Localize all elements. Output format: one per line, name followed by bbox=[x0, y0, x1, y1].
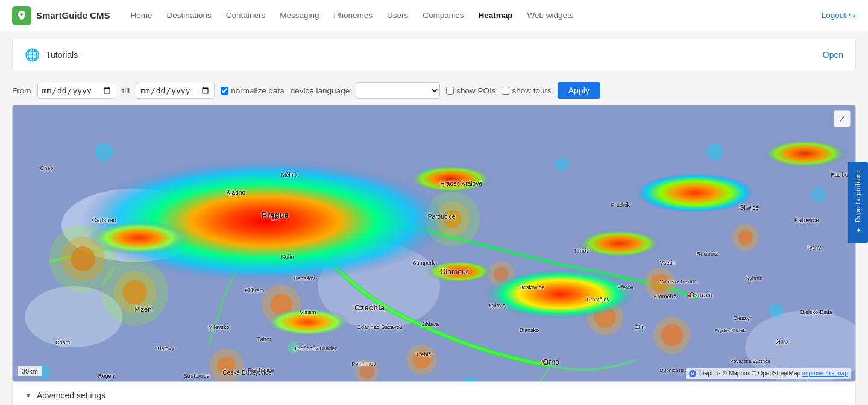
svg-text:Strakonice: Strakonice bbox=[184, 373, 210, 379]
nav-phonemes[interactable]: Phonemes bbox=[327, 7, 379, 24]
from-label: From bbox=[12, 86, 31, 95]
svg-text:Žilina: Žilina bbox=[776, 339, 790, 345]
poi-brno bbox=[541, 359, 546, 363]
svg-text:Vlašim: Vlašim bbox=[300, 309, 316, 315]
show-pois-text: show POIs bbox=[456, 86, 495, 95]
svg-text:Prostějov: Prostějov bbox=[587, 297, 609, 303]
logout-label: Logout bbox=[822, 11, 846, 20]
svg-text:Jihlava: Jihlava bbox=[422, 321, 439, 327]
svg-text:Hradec Králové: Hradec Králové bbox=[440, 180, 482, 187]
nav-logo: SmartGuide CMS bbox=[12, 6, 110, 25]
nav-webwidgets[interactable]: Web widgets bbox=[521, 7, 580, 24]
navbar: SmartGuide CMS Home Destinations Contain… bbox=[0, 0, 868, 31]
map-scale: 30km bbox=[17, 366, 42, 377]
nav-home[interactable]: Home bbox=[125, 7, 159, 24]
from-date-input[interactable] bbox=[37, 83, 116, 99]
svg-text:Cham: Cham bbox=[55, 339, 70, 345]
nav-messaging[interactable]: Messaging bbox=[274, 7, 325, 24]
report-icon: ✦ bbox=[854, 226, 862, 234]
nav-destinations[interactable]: Destinations bbox=[161, 7, 218, 24]
svg-text:Příbram: Příbram bbox=[245, 287, 264, 294]
advanced-chevron-icon: ▼ bbox=[25, 391, 32, 400]
svg-text:Gliwice: Gliwice bbox=[740, 204, 760, 211]
svg-text:Kladno: Kladno bbox=[227, 189, 246, 196]
attribution-text: © Mapbox © OpenStreetMap bbox=[723, 370, 800, 377]
svg-text:Zlín: Zlín bbox=[635, 324, 644, 330]
svg-text:Zdár nad Sázavou: Zdár nad Sázavou bbox=[357, 324, 402, 330]
advanced-settings-label: Advanced settings bbox=[37, 391, 105, 400]
svg-text:Brno: Brno bbox=[544, 358, 559, 366]
svg-text:Považská Bystrica: Považská Bystrica bbox=[730, 359, 770, 364]
svg-text:Mělník: Mělník bbox=[281, 172, 298, 178]
show-pois-label: show POIs bbox=[446, 86, 495, 95]
svg-text:M: M bbox=[691, 372, 694, 376]
svg-text:Milevsko: Milevsko bbox=[208, 324, 229, 330]
svg-text:Olomouc: Olomouc bbox=[440, 268, 470, 276]
tutorials-open-link[interactable]: Open bbox=[823, 50, 843, 60]
logo-icon bbox=[12, 6, 31, 25]
logout-button[interactable]: Logout ↪ bbox=[822, 11, 856, 20]
normalize-data-checkbox[interactable] bbox=[221, 87, 228, 95]
svg-text:Valašské Meziříčí: Valašské Meziříčí bbox=[660, 279, 699, 284]
improve-map-link[interactable]: improve this map bbox=[802, 370, 848, 377]
map-container[interactable]: Prague Brno Ostrava Plzeň České Budějovi… bbox=[12, 105, 856, 382]
svg-text:Pardubice: Pardubice bbox=[428, 213, 456, 220]
nav-containers[interactable]: Containers bbox=[220, 7, 271, 24]
tutorials-left: 🌐 Tutorials bbox=[25, 48, 78, 62]
svg-text:Tábor: Tábor bbox=[257, 336, 271, 342]
show-tours-checkbox[interactable] bbox=[502, 87, 509, 95]
svg-text:Frydek-Mistek: Frydek-Mistek bbox=[715, 328, 746, 333]
svg-text:Kolín: Kolín bbox=[281, 254, 294, 260]
tutorials-bar: 🌐 Tutorials Open bbox=[12, 39, 856, 71]
report-problem-button[interactable]: ✦ Report a problem bbox=[848, 162, 868, 243]
svg-text:Třebíč: Třebíč bbox=[416, 351, 432, 357]
report-label: Report a problem bbox=[855, 171, 862, 222]
map-attribution: M mapbox © Mapbox © OpenStreetMap improv… bbox=[686, 368, 851, 379]
fullscreen-icon: ⤢ bbox=[838, 114, 846, 124]
svg-text:Svitavy: Svitavy bbox=[489, 303, 507, 309]
tutorials-label: Tutorials bbox=[46, 50, 78, 60]
svg-text:Plzeň: Plzeň bbox=[135, 306, 152, 313]
show-tours-label: show tours bbox=[502, 86, 551, 95]
poi-prague bbox=[271, 216, 275, 221]
advanced-settings-section[interactable]: ▼ Advanced settings bbox=[12, 382, 856, 405]
nav-users[interactable]: Users bbox=[381, 7, 414, 24]
svg-text:Přerov: Přerov bbox=[617, 284, 634, 290]
svg-text:Boskovice: Boskovice bbox=[520, 284, 545, 290]
svg-rect-53 bbox=[13, 105, 855, 381]
svg-text:Regen: Regen bbox=[98, 373, 115, 379]
normalize-data-label: normalize data bbox=[221, 86, 285, 95]
svg-text:Carlsbad: Carlsbad bbox=[92, 217, 117, 224]
nav-heatmap[interactable]: Heatmap bbox=[473, 7, 519, 24]
nav-links: Home Destinations Containers Messaging P… bbox=[125, 7, 822, 24]
till-date-input[interactable] bbox=[136, 83, 215, 99]
svg-text:Blansko: Blansko bbox=[520, 327, 539, 333]
map-canvas: Prague Brno Ostrava Plzeň České Budějovi… bbox=[13, 105, 855, 381]
apply-button[interactable]: Apply bbox=[558, 82, 600, 99]
svg-text:Cieszyn: Cieszyn bbox=[733, 315, 752, 321]
svg-text:Cheb: Cheb bbox=[40, 165, 54, 171]
device-language-label: device language bbox=[291, 86, 350, 95]
scale-label: 30km bbox=[22, 368, 38, 375]
svg-text:Bielsko-Biała: Bielsko-Biała bbox=[800, 309, 833, 315]
device-language-select[interactable]: English German Czech bbox=[356, 82, 440, 99]
show-pois-checkbox[interactable] bbox=[446, 87, 454, 95]
poi-ostrava bbox=[688, 294, 692, 298]
filters-row: From till normalize data device language… bbox=[0, 77, 868, 105]
svg-text:Vsetín: Vsetín bbox=[660, 260, 676, 266]
svg-text:Kroměříž: Kroměříž bbox=[654, 294, 676, 300]
svg-text:Jindřichův Hradec: Jindřichův Hradec bbox=[294, 345, 338, 351]
svg-text:Šumperk: Šumperk bbox=[413, 260, 435, 266]
svg-text:Prachatice: Prachatice bbox=[248, 367, 274, 373]
logout-icon: ↪ bbox=[849, 11, 856, 20]
svg-text:Prudník: Prudník bbox=[611, 202, 631, 208]
app-name: SmartGuide CMS bbox=[36, 10, 110, 20]
svg-text:Ostrava: Ostrava bbox=[689, 291, 713, 298]
nav-companies[interactable]: Companies bbox=[417, 7, 470, 24]
svg-text:Racibórz: Racibórz bbox=[697, 251, 719, 257]
svg-text:Klatovy: Klatovy bbox=[156, 345, 174, 351]
fullscreen-button[interactable]: ⤢ bbox=[834, 110, 851, 127]
svg-text:Tychy: Tychy bbox=[807, 245, 821, 251]
mapbox-logo: M mapbox bbox=[688, 370, 723, 377]
tutorials-icon: 🌐 bbox=[25, 48, 40, 62]
